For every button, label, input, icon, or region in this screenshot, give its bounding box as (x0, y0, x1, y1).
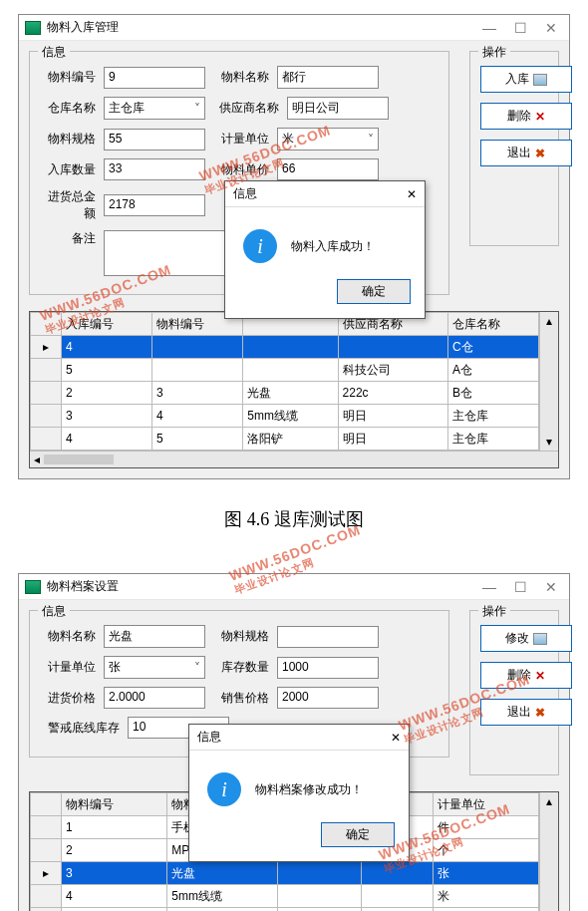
cell[interactable]: 4 (62, 885, 167, 908)
cell[interactable]: 张 (433, 862, 538, 885)
table-row[interactable]: ▸ 4 C仓 (31, 336, 539, 359)
cell[interactable] (338, 336, 447, 359)
cell[interactable]: 光盘 (243, 382, 338, 405)
exit-button[interactable]: 退出 ✖ (480, 140, 572, 166)
cell[interactable]: 主仓库 (447, 428, 538, 451)
label-total: 进货总金额 (40, 188, 96, 222)
cell[interactable] (152, 359, 243, 382)
cell[interactable]: 3 (62, 862, 167, 885)
cell[interactable]: 4 (62, 428, 152, 451)
cell[interactable]: 光盘 (167, 862, 278, 885)
input-total[interactable]: 2178 (104, 194, 205, 216)
label-supplier: 供应商名称 (213, 100, 279, 117)
col-wh[interactable]: 仓库名称 (447, 313, 538, 336)
input-stock[interactable]: 1000 (277, 657, 379, 679)
cell[interactable]: 4 (152, 405, 243, 428)
table-row[interactable]: 2 3 光盘 222c B仓 (31, 382, 539, 405)
vertical-scrollbar[interactable]: ▴▾ (539, 792, 558, 911)
close-icon[interactable]: ✕ (545, 579, 557, 595)
cell[interactable]: 明日 (338, 405, 447, 428)
cell[interactable] (243, 336, 338, 359)
select-unit[interactable]: 米 ˅ (277, 128, 379, 151)
input-in-qty[interactable]: 33 (104, 158, 205, 180)
minimize-icon[interactable]: — (482, 579, 496, 595)
input-mat-id[interactable]: 9 (104, 67, 205, 89)
cell[interactable]: 15cm (362, 908, 433, 912)
col-mat-id[interactable]: 物料编号 (62, 793, 167, 816)
cell[interactable]: C仓 (447, 336, 538, 359)
cell[interactable] (152, 336, 243, 359)
cell[interactable]: 5mm线缆 (243, 405, 338, 428)
cell[interactable]: 3 (62, 405, 152, 428)
col-in-id[interactable]: 入库编号 (62, 313, 152, 336)
cell[interactable]: 洛阳铲 (243, 428, 338, 451)
delete-button[interactable]: 删除 ✕ (480, 662, 572, 689)
table-row[interactable]: 4 5 洛阳铲 明日 主仓库 (31, 428, 539, 451)
dialog-close-icon[interactable]: ✕ (391, 731, 401, 745)
cell[interactable]: 222c (338, 382, 447, 405)
cell[interactable]: 明日 (338, 428, 447, 451)
cell[interactable]: 洛阳铲 (167, 908, 278, 912)
cell[interactable]: 主仓库 (278, 908, 362, 912)
input-in-price[interactable]: 2.0000 (104, 687, 205, 709)
input-spec[interactable]: 55 (104, 129, 205, 151)
cell[interactable]: 5mm线缆 (167, 885, 278, 908)
cell[interactable]: 件 (433, 816, 538, 839)
input-price[interactable]: 66 (277, 158, 379, 180)
app-icon (25, 21, 41, 35)
delete-button[interactable]: 删除 ✕ (480, 103, 572, 130)
in-stock-button[interactable]: 入库 (480, 66, 572, 93)
info-legend: 信息 (38, 603, 70, 620)
exit-button[interactable]: 退出 ✖ (480, 699, 572, 726)
select-wh-name[interactable]: 主仓库 ˅ (104, 97, 205, 120)
cell[interactable]: 3 (152, 382, 243, 405)
ok-button[interactable]: 确定 (321, 822, 395, 847)
cell[interactable] (278, 885, 362, 908)
cell[interactable]: A仓 (447, 359, 538, 382)
info-dialog: 信息 ✕ i 物料入库成功！ 确定 (224, 180, 426, 319)
table-row[interactable]: 3 4 5mm线缆 明日 主仓库 (31, 405, 539, 428)
maximize-icon[interactable]: ☐ (514, 20, 527, 36)
input-mat-name[interactable]: 都行 (277, 66, 379, 89)
cell[interactable] (243, 359, 338, 382)
input-spec[interactable] (277, 626, 379, 648)
cell[interactable] (362, 885, 433, 908)
col-unit[interactable]: 计量单位 (433, 793, 538, 816)
table-row[interactable]: ▸3光盘张 (31, 862, 539, 885)
cell[interactable] (278, 862, 362, 885)
in-stock-icon (533, 74, 547, 86)
cell[interactable]: 2 (62, 382, 152, 405)
select-unit[interactable]: 张 ˅ (104, 656, 205, 679)
table-row[interactable]: 5 科技公司 A仓 (31, 359, 539, 382)
cell[interactable]: 主仓库 (447, 405, 538, 428)
cell[interactable]: 5 (62, 359, 152, 382)
op-legend: 操作 (478, 44, 510, 61)
cell[interactable]: 科技公司 (338, 359, 447, 382)
delete-icon: ✕ (535, 110, 545, 124)
cell[interactable]: 米 (433, 885, 538, 908)
cell[interactable]: 1 (62, 816, 167, 839)
edit-button[interactable]: 修改 (480, 625, 572, 652)
cell[interactable]: 1 (62, 908, 167, 912)
dialog-close-icon[interactable]: ✕ (407, 187, 417, 201)
table-row[interactable]: 45mm线缆米 (31, 885, 539, 908)
minimize-icon[interactable]: — (482, 20, 496, 36)
input-supplier[interactable]: 明日公司 (287, 97, 389, 120)
cell[interactable]: 件 (433, 908, 538, 912)
cell[interactable]: 2 (62, 839, 167, 862)
close-icon[interactable]: ✕ (545, 20, 557, 36)
ok-button[interactable]: 确定 (337, 279, 411, 304)
cell[interactable]: 5 (152, 428, 243, 451)
cell[interactable]: B仓 (447, 382, 538, 405)
cell[interactable] (362, 862, 433, 885)
cell[interactable]: 个 (433, 839, 538, 862)
table-row[interactable]: 1洛阳铲主仓库15cm件 (31, 908, 539, 912)
maximize-icon[interactable]: ☐ (514, 579, 527, 595)
textarea-remark[interactable] (104, 230, 225, 276)
vertical-scrollbar[interactable]: ▴▾ (539, 312, 558, 451)
horizontal-scrollbar[interactable]: ◂ (30, 451, 558, 467)
input-mat-name[interactable]: 光盘 (104, 625, 205, 648)
cell[interactable]: 4 (62, 336, 152, 359)
input-sell-price[interactable]: 2000 (277, 687, 379, 709)
data-grid[interactable]: 入库编号 物料编号 供应商名称 仓库名称 ▸ 4 C仓 (29, 311, 559, 468)
